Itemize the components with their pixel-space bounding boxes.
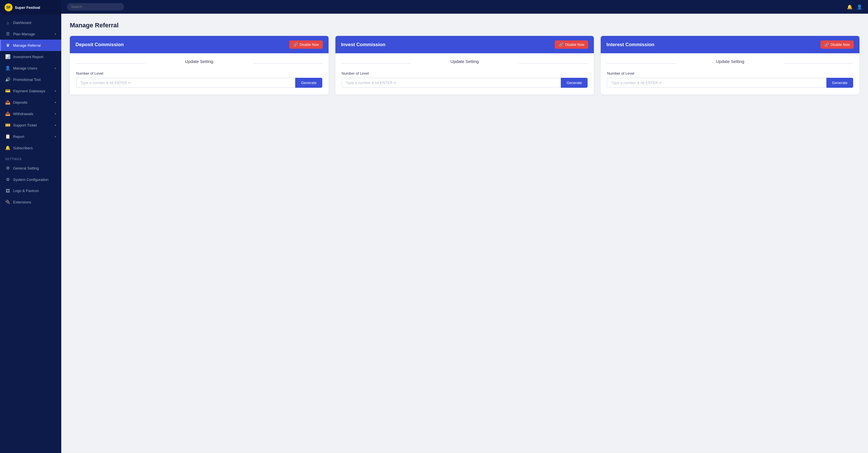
nav-icon-payment-gateways: 💳: [5, 88, 10, 93]
nav-icon-withdrawals: 📤: [5, 111, 10, 116]
nav-icon-report: 📋: [5, 134, 10, 139]
nav-label-general-setting: General Setting: [13, 166, 56, 170]
content-area: Manage Referral Deposit Commission 🔗 Dis…: [61, 14, 868, 453]
chevron-support-ticket: ▾: [55, 124, 56, 127]
chevron-withdrawals: ▾: [55, 112, 56, 116]
page-title: Manage Referral: [70, 22, 860, 29]
topbar: 🔔 👤: [61, 0, 868, 14]
nav-label-system-configuration: System Configuration: [13, 177, 56, 182]
sidebar-item-support-ticket[interactable]: 🎫 Support Ticket ▾: [0, 119, 61, 131]
sidebar-item-manage-users[interactable]: 👤 Manage Users ▾: [0, 62, 61, 74]
main-content: 🔔 👤 Manage Referral Deposit Commission 🔗…: [61, 0, 868, 453]
link-icon-invest-commission: 🔗: [559, 42, 563, 47]
update-setting-label-invest-commission: Update Setting: [342, 59, 588, 67]
generate-btn-invest-commission[interactable]: Generate: [561, 78, 588, 88]
cards-grid: Deposit Commission 🔗 Disable Now Update …: [70, 36, 860, 95]
nav-label-withdrawals: Withdrawals: [13, 112, 52, 116]
nav-label-extensions: Extensions: [13, 200, 56, 204]
card-header-deposit-commission: Deposit Commission 🔗 Disable Now: [70, 36, 329, 53]
card-header-invest-commission: Invest Commission 🔗 Disable Now: [335, 36, 594, 53]
logo-icon: SF: [5, 3, 12, 11]
nav-label-support-ticket: Support Ticket: [13, 123, 52, 127]
update-setting-label-deposit-commission: Update Setting: [76, 59, 322, 67]
sidebar-item-investment-report[interactable]: 📊 Investment Report: [0, 51, 61, 62]
nav-label-deposits: Deposits: [13, 100, 52, 104]
nav-label-plan-manage: Plan Manage: [13, 32, 52, 36]
chevron-payment-gateways: ▾: [55, 90, 56, 93]
nav-icon-subscribers: 🔔: [5, 145, 10, 151]
chevron-deposits: ▾: [55, 101, 56, 104]
sidebar-item-withdrawals[interactable]: 📤 Withdrawals ▾: [0, 108, 61, 119]
sidebar-item-general-setting[interactable]: ⚙ General Setting: [0, 162, 61, 174]
logo-text: Super Festival: [15, 5, 40, 10]
sidebar-item-promotional-tool[interactable]: 🔊 Promotional Tool: [0, 74, 61, 85]
number-input-deposit-commission[interactable]: [76, 78, 295, 88]
chevron-manage-users: ▾: [55, 67, 56, 70]
sidebar: SF Super Festival ⌂ Dashboard ☰ Plan Man…: [0, 0, 61, 453]
chevron-report: ▾: [55, 135, 56, 138]
topbar-left: [67, 3, 124, 10]
card-title-deposit-commission: Deposit Commission: [75, 42, 124, 47]
card-deposit-commission: Deposit Commission 🔗 Disable Now Update …: [70, 36, 329, 95]
card-title-interest-commission: Interest Commission: [607, 42, 654, 47]
sidebar-item-report[interactable]: 📋 Report ▾: [0, 131, 61, 142]
nav-label-logo-favicon: Logo & Favicon: [13, 189, 56, 193]
update-setting-label-interest-commission: Update Setting: [607, 59, 853, 67]
sidebar-nav: ⌂ Dashboard ☰ Plan Manage ▾ ♛ Manage Ref…: [0, 15, 61, 453]
settings-section-label: SETTINGS: [0, 154, 61, 162]
nav-label-report: Report: [13, 134, 52, 139]
sidebar-item-subscribers[interactable]: 🔔 Subscribers: [0, 142, 61, 154]
generate-btn-deposit-commission[interactable]: Generate: [295, 78, 322, 88]
card-interest-commission: Interest Commission 🔗 Disable Now Update…: [601, 36, 860, 95]
nav-label-dashboard: Dashboard: [13, 21, 56, 25]
nav-label-promotional-tool: Promotional Tool: [13, 77, 56, 82]
field-label-deposit-commission: Number of Level: [76, 71, 322, 75]
card-body-deposit-commission: Update Setting Number of Level Generate: [70, 53, 329, 95]
nav-label-investment-report: Investment Report: [13, 55, 56, 59]
link-icon-deposit-commission: 🔗: [293, 42, 298, 47]
nav-icon-promotional-tool: 🔊: [5, 77, 10, 82]
card-title-invest-commission: Invest Commission: [341, 42, 385, 47]
sidebar-item-deposits[interactable]: 📥 Deposits ▾: [0, 97, 61, 108]
nav-label-manage-referral: Manage Referral: [13, 43, 56, 47]
sidebar-item-logo-favicon[interactable]: 🖼 Logo & Favicon: [0, 185, 61, 196]
nav-icon-dashboard: ⌂: [5, 20, 10, 25]
card-header-interest-commission: Interest Commission 🔗 Disable Now: [601, 36, 860, 53]
input-row-invest-commission: Generate: [342, 78, 588, 88]
nav-icon-logo-favicon: 🖼: [5, 188, 10, 193]
nav-icon-general-setting: ⚙: [5, 165, 10, 171]
disable-btn-invest-commission[interactable]: 🔗 Disable Now: [555, 40, 588, 49]
generate-btn-interest-commission[interactable]: Generate: [827, 78, 853, 88]
field-label-interest-commission: Number of Level: [607, 71, 853, 75]
sidebar-item-extensions[interactable]: 🔌 Extensions: [0, 196, 61, 208]
card-body-invest-commission: Update Setting Number of Level Generate: [335, 53, 594, 95]
disable-btn-deposit-commission[interactable]: 🔗 Disable Now: [289, 40, 322, 49]
sidebar-item-manage-referral[interactable]: ♛ Manage Referral: [0, 40, 61, 51]
nav-label-payment-gateways: Payment Gateways: [13, 89, 52, 93]
nav-icon-extensions: 🔌: [5, 199, 10, 204]
nav-icon-plan-manage: ☰: [5, 31, 10, 36]
card-invest-commission: Invest Commission 🔗 Disable Now Update S…: [335, 36, 594, 95]
nav-icon-deposits: 📥: [5, 100, 10, 105]
nav-icon-support-ticket: 🎫: [5, 123, 10, 128]
disable-btn-interest-commission[interactable]: 🔗 Disable Now: [820, 40, 854, 49]
sidebar-item-plan-manage[interactable]: ☰ Plan Manage ▾: [0, 28, 61, 40]
nav-icon-manage-users: 👤: [5, 66, 10, 71]
number-input-invest-commission[interactable]: [342, 78, 561, 88]
nav-icon-manage-referral: ♛: [5, 43, 10, 48]
nav-label-subscribers: Subscribers: [13, 146, 56, 150]
nav-icon-system-configuration: ⚙: [5, 177, 10, 182]
input-row-deposit-commission: Generate: [76, 78, 322, 88]
input-row-interest-commission: Generate: [607, 78, 853, 88]
sidebar-item-payment-gateways[interactable]: 💳 Payment Gateways ▾: [0, 85, 61, 97]
chevron-plan-manage: ▾: [55, 32, 56, 36]
search-input[interactable]: [67, 3, 124, 10]
card-body-interest-commission: Update Setting Number of Level Generate: [601, 53, 860, 95]
sidebar-item-dashboard[interactable]: ⌂ Dashboard: [0, 17, 61, 28]
bell-icon[interactable]: 🔔: [847, 4, 852, 10]
sidebar-item-system-configuration[interactable]: ⚙ System Configuration: [0, 174, 61, 185]
sidebar-logo: SF Super Festival: [0, 0, 61, 15]
link-icon-interest-commission: 🔗: [825, 42, 829, 47]
number-input-interest-commission[interactable]: [607, 78, 826, 88]
user-icon[interactable]: 👤: [857, 4, 862, 10]
